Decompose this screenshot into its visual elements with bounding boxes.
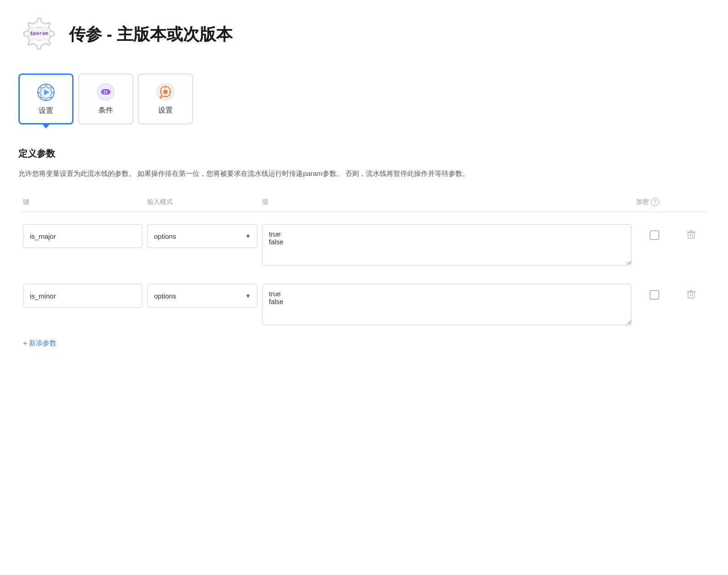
input-mode-select-wrapper-2: options text number boolean ▼ <box>147 284 257 308</box>
col-header-input-mode: 输入模式 <box>147 198 257 206</box>
key-input-2[interactable] <box>23 284 142 308</box>
section-title: 定义参数 <box>18 147 710 160</box>
input-mode-select-wrapper-1: options text number boolean ▼ <box>147 224 257 248</box>
page-title: 传参 - 主版本或次版本 <box>69 23 233 46</box>
col-header-key: 键 <box>23 198 142 206</box>
content-area: 定义参数 允许您将变量设置为此流水线的参数。 如果操作排在第一位，您将被要求在流… <box>18 147 710 348</box>
svg-rect-20 <box>688 292 694 298</box>
app-logo: $param <box>18 14 60 55</box>
table-row: options text number boolean ▼ true false <box>18 220 710 270</box>
key-input-1[interactable] <box>23 224 142 248</box>
encrypt-toggle-2[interactable] <box>650 290 659 299</box>
tab-label-condition: 条件 <box>98 106 113 115</box>
encrypt-checkbox-1 <box>636 224 673 240</box>
page-header: $param 传参 - 主版本或次版本 <box>18 14 710 55</box>
tab-label-setup-1: 设置 <box>39 106 53 116</box>
encrypt-checkbox-2 <box>636 284 673 299</box>
col-header-value: 值 <box>262 198 631 206</box>
value-textarea-2[interactable]: true false <box>262 284 631 325</box>
section-description: 允许您将变量设置为此流水线的参数。 如果操作排在第一位，您将被要求在流水线运行时… <box>18 167 524 180</box>
delete-icon-2[interactable] <box>686 289 696 301</box>
svg-rect-15 <box>688 232 694 238</box>
svg-point-10 <box>163 90 168 94</box>
delete-icon-1[interactable] <box>686 230 696 242</box>
tab-bar: 设置 IF 条件 <box>18 73 710 124</box>
svg-text:$param: $param <box>30 30 48 36</box>
tab-label-setup-2: 设置 <box>158 106 173 115</box>
encrypt-toggle-1[interactable] <box>650 231 659 240</box>
table-header: 键 输入模式 值 加密 ? <box>18 198 710 212</box>
col-header-delete <box>677 198 705 206</box>
tab-setup-2[interactable]: 设置 <box>138 73 193 124</box>
add-param-button[interactable]: + 新添参数 <box>23 339 57 348</box>
add-param-section: + 新添参数 <box>18 339 710 348</box>
tab-condition[interactable]: IF 条件 <box>78 73 133 124</box>
svg-text:IF: IF <box>103 90 108 95</box>
tab-icon-setup-2 <box>155 82 176 102</box>
table-row: options text number boolean ▼ true false <box>18 279 710 330</box>
tab-icon-setup-1 <box>36 82 56 102</box>
tab-icon-condition: IF <box>96 82 116 102</box>
input-mode-select-1[interactable]: options text number boolean <box>147 224 257 248</box>
delete-row-1 <box>677 224 705 242</box>
delete-row-2 <box>677 284 705 301</box>
value-textarea-1[interactable]: true false <box>262 224 631 265</box>
encrypt-help-icon[interactable]: ? <box>651 198 659 206</box>
tab-setup-1[interactable]: 设置 <box>18 73 74 124</box>
col-header-encrypt: 加密 ? <box>636 198 673 206</box>
input-mode-select-2[interactable]: options text number boolean <box>147 284 257 308</box>
